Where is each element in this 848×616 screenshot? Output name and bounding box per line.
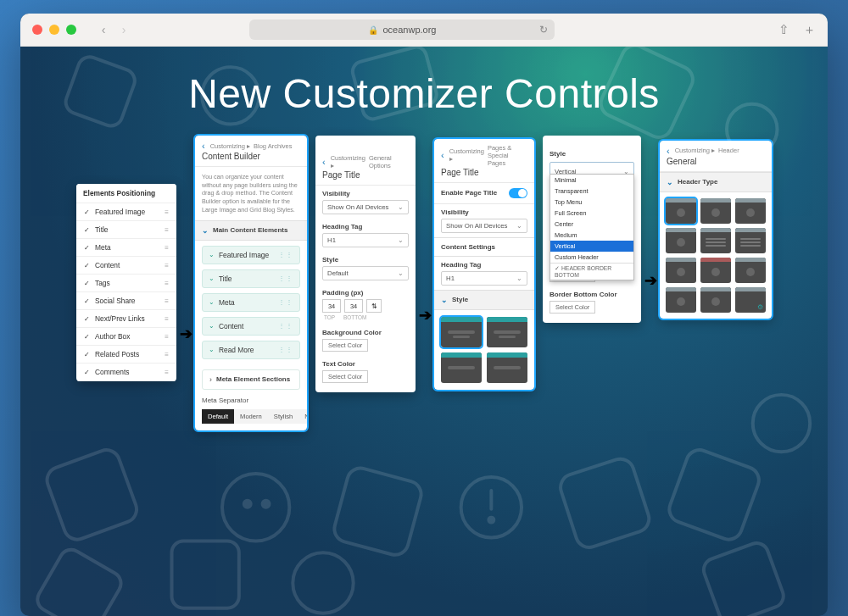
comparison-pair-2: ‹Customizing ▸ General Options Page Titl… xyxy=(315,136,534,392)
header-thumbnail[interactable] xyxy=(666,287,696,313)
accordion-header-type[interactable]: ⌄Header Type xyxy=(660,172,772,192)
visibility-select[interactable]: Show On All Devices⌄ xyxy=(441,219,527,233)
refresh-icon[interactable]: ↻ xyxy=(539,24,548,36)
page-background: ‹ › 🔒 oceanwp.org ↻ ⇧ ＋ New Customizer C… xyxy=(0,0,848,616)
browser-chrome: ‹ › 🔒 oceanwp.org ↻ ⇧ ＋ xyxy=(20,14,828,47)
list-item[interactable]: Tags≡ xyxy=(76,275,176,292)
nav-back-button[interactable]: ‹ xyxy=(95,21,112,38)
dropdown-option[interactable]: Center xyxy=(550,219,633,230)
svg-rect-19 xyxy=(700,540,787,616)
header-thumbnail[interactable] xyxy=(666,198,696,224)
draggable-item[interactable]: ⌄Content⋮⋮ xyxy=(202,317,300,336)
draggable-item[interactable]: ⌄Title⋮⋮ xyxy=(202,269,300,288)
back-button[interactable]: ‹ xyxy=(441,150,444,160)
list-item[interactable]: Next/Prev Links≡ xyxy=(76,310,176,328)
back-button[interactable]: ‹ xyxy=(667,146,670,156)
style-thumbnail[interactable] xyxy=(487,352,527,383)
style-thumbnail[interactable] xyxy=(441,317,482,347)
dropdown-option[interactable]: Full Screen xyxy=(550,208,633,219)
style-dropdown[interactable]: Vertical⌄ Minimal Transparent Top Menu F… xyxy=(550,162,634,180)
maximize-window-button[interactable] xyxy=(66,25,76,35)
header-thumbnail[interactable] xyxy=(666,258,696,283)
visibility-select[interactable]: Show On All Devices⌄ xyxy=(322,200,409,214)
share-icon[interactable]: ⇧ xyxy=(778,22,789,37)
dropdown-option[interactable]: Top Menu xyxy=(550,197,633,208)
style-select[interactable]: Default⌄ xyxy=(322,266,409,280)
list-item[interactable]: Featured Image≡ xyxy=(76,203,176,221)
list-item[interactable]: Content≡ xyxy=(76,257,176,275)
header-thumbnail[interactable] xyxy=(735,258,766,283)
padding-bottom-input[interactable]: 34 xyxy=(344,299,363,313)
section-heading: Content Settings xyxy=(434,237,534,257)
heading-tag-select[interactable]: H1⌄ xyxy=(441,271,527,286)
style-thumbnail[interactable] xyxy=(487,317,527,347)
accordion-style[interactable]: ⌄Style xyxy=(434,290,534,310)
chevron-down-icon: ⌄ xyxy=(202,226,209,235)
header-thumbnail[interactable] xyxy=(700,198,731,224)
close-window-button[interactable] xyxy=(32,25,42,35)
dropdown-option[interactable]: Transparent xyxy=(550,186,633,197)
check-icon xyxy=(83,208,90,215)
heading-tag-select[interactable]: H1⌄ xyxy=(322,233,409,247)
browser-window: ‹ › 🔒 oceanwp.org ↻ ⇧ ＋ New Customizer C… xyxy=(20,14,828,616)
header-thumbnail[interactable] xyxy=(735,228,766,253)
select-color-button[interactable]: Select Color xyxy=(322,339,368,352)
chevron-down-icon: ⌄ xyxy=(398,203,404,211)
back-button[interactable]: ‹ xyxy=(322,157,326,167)
list-item[interactable]: Related Posts≡ xyxy=(76,346,176,363)
arrow-right-icon: ➔ xyxy=(644,271,656,290)
draggable-item[interactable]: ⌄Meta⋮⋮ xyxy=(202,293,300,312)
panel-new-content-builder: ‹Customizing ▸ Blog Archives Content Bui… xyxy=(195,136,307,430)
svg-point-12 xyxy=(488,518,494,523)
svg-point-18 xyxy=(293,552,353,613)
dropdown-option[interactable]: Vertical xyxy=(550,241,633,252)
tab-stylish[interactable]: Stylish xyxy=(268,409,298,424)
chevron-icon: ⌄ xyxy=(209,251,215,258)
header-thumbnail[interactable] xyxy=(700,258,731,283)
back-button[interactable]: ‹ xyxy=(202,141,205,151)
panel-new-header-general: ‹Customizing ▸ Header General ⌄Header Ty… xyxy=(660,141,772,319)
drag-handle-icon[interactable]: ≡ xyxy=(165,208,170,216)
header-thumbnail[interactable] xyxy=(666,228,696,253)
window-controls xyxy=(32,25,76,35)
padding-top-input[interactable]: 34 xyxy=(322,299,341,313)
drag-handle-icon[interactable]: ⋮⋮ xyxy=(278,251,293,258)
svg-point-6 xyxy=(222,474,289,541)
comparison-pair-1: Elements Positioning Featured Image≡ Tit… xyxy=(76,136,307,430)
select-color-button[interactable]: Select Color xyxy=(550,301,595,314)
header-thumbnail[interactable]: ⚙ xyxy=(735,287,766,313)
tab-modern[interactable]: Modern xyxy=(234,409,268,424)
tab-none[interactable]: None xyxy=(298,409,307,424)
header-thumbnail[interactable] xyxy=(700,228,731,253)
accordion-header[interactable]: ›Meta Element Sections xyxy=(202,369,300,390)
list-item[interactable]: Comments≡ xyxy=(76,363,176,381)
header-thumbnail[interactable] xyxy=(735,198,766,224)
svg-rect-9 xyxy=(332,465,424,558)
list-item[interactable]: Title≡ xyxy=(76,221,176,239)
select-color-button[interactable]: Select Color xyxy=(322,370,368,383)
list-item[interactable]: Author Box≡ xyxy=(76,328,176,346)
svg-rect-17 xyxy=(172,541,239,608)
svg-point-8 xyxy=(263,501,270,508)
accordion-header[interactable]: ⌄Main Content Elements xyxy=(195,220,307,241)
enable-page-title-toggle[interactable] xyxy=(509,188,527,198)
panel-title: Content Builder xyxy=(195,152,307,166)
dropdown-option[interactable]: HEADER BORDER BOTTOM xyxy=(550,263,633,280)
nav-forward-button[interactable]: › xyxy=(115,21,132,38)
style-thumbnail[interactable] xyxy=(441,352,482,383)
header-thumbnail[interactable] xyxy=(700,287,731,313)
draggable-item[interactable]: ⌄Featured Image⋮⋮ xyxy=(202,246,300,264)
list-item[interactable]: Meta≡ xyxy=(76,239,176,257)
address-bar[interactable]: 🔒 oceanwp.org ↻ xyxy=(249,19,555,40)
dropdown-option[interactable]: Custom Header xyxy=(550,252,633,263)
arrow-right-icon: ➔ xyxy=(180,325,192,343)
svg-rect-14 xyxy=(666,447,762,543)
link-values-toggle[interactable]: ⇅ xyxy=(366,299,382,313)
dropdown-option[interactable]: Minimal xyxy=(550,175,633,186)
draggable-item[interactable]: ⌄Read More⋮⋮ xyxy=(202,341,300,359)
tab-default[interactable]: Default xyxy=(202,409,234,424)
new-tab-button[interactable]: ＋ xyxy=(803,22,816,38)
dropdown-option[interactable]: Medium xyxy=(550,230,633,241)
list-item[interactable]: Social Share≡ xyxy=(76,292,176,310)
minimize-window-button[interactable] xyxy=(49,25,59,35)
